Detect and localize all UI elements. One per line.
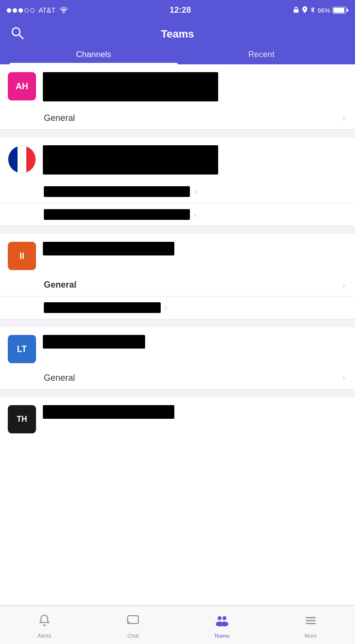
team-name-th — [43, 405, 347, 421]
team-header-flag — [0, 145, 355, 180]
flag-red — [26, 146, 36, 173]
tab-label-more: More — [304, 633, 317, 639]
team-name-flag — [43, 145, 347, 176]
page-title: Teams — [24, 28, 331, 40]
avatar-lt: LT — [8, 335, 36, 363]
avatar-flag — [8, 145, 36, 174]
svg-point-4 — [218, 616, 222, 620]
channel-label-ah-general: General — [44, 113, 338, 123]
team-section-ii: II General › › — [0, 234, 355, 319]
signal-dot-3 — [19, 8, 23, 13]
team-name-redacted-flag — [43, 145, 218, 175]
divider-3 — [0, 319, 355, 327]
status-time: 12:28 — [170, 5, 191, 15]
header-top: Teams — [10, 25, 345, 50]
team-name-ii — [43, 242, 347, 257]
tab-recent[interactable]: Recent — [178, 50, 346, 64]
signal-dot-1 — [7, 8, 11, 13]
svg-point-1 — [12, 28, 20, 36]
channel-redacted-flag-2 — [44, 209, 190, 220]
avatar-ii: II — [8, 242, 36, 270]
battery-percent: 96% — [318, 7, 330, 14]
team-name-redacted-ah — [43, 72, 218, 101]
svg-point-7 — [221, 622, 228, 626]
channel-redacted-ii-2 — [44, 302, 161, 313]
team-header-th: TH — [0, 405, 355, 437]
location-icon — [302, 6, 308, 15]
channel-row-ii-general[interactable]: General › — [0, 274, 355, 296]
tab-label-teams: Teams — [214, 633, 229, 639]
divider-2 — [0, 226, 355, 234]
tab-label-alerts: Alerts — [37, 633, 51, 639]
channel-row-lt-general[interactable]: General › — [0, 367, 355, 390]
teams-icon — [215, 614, 229, 631]
chevron-icon-lt-general: › — [342, 373, 345, 383]
chat-icon — [126, 614, 140, 631]
flag-blue — [8, 146, 18, 173]
channel-redacted-flag-1 — [44, 186, 190, 197]
svg-rect-0 — [294, 9, 299, 13]
channel-row-flag-1[interactable]: › — [0, 180, 355, 203]
team-section-lt: LT General › — [0, 327, 355, 390]
signal-dot-5 — [30, 8, 35, 13]
team-name-redacted-th — [43, 405, 174, 419]
team-header-ii: II — [0, 242, 355, 274]
svg-point-5 — [223, 616, 226, 620]
channel-label-lt-general: General — [44, 373, 338, 383]
channel-row-ii-2[interactable]: › — [0, 296, 355, 319]
wifi-icon — [59, 6, 68, 15]
team-name-redacted-ii — [43, 242, 174, 255]
chevron-icon-flag-2: › — [194, 210, 197, 220]
chevron-icon-ah-general: › — [342, 113, 345, 123]
carrier-label: AT&T — [38, 6, 56, 14]
avatar-th: TH — [8, 405, 36, 433]
channel-row-flag-2[interactable]: › — [0, 203, 355, 226]
signal-dots — [7, 8, 35, 13]
chevron-icon-ii-general: › — [342, 280, 345, 290]
tab-channels[interactable]: Channels — [10, 50, 178, 64]
app-header: Teams Channels Recent — [0, 20, 355, 64]
svg-line-2 — [19, 35, 23, 39]
bluetooth-icon — [310, 6, 315, 15]
channel-label-ii-general: General — [44, 280, 338, 290]
bell-icon — [37, 614, 51, 631]
flag-white — [18, 146, 27, 173]
divider-1 — [0, 130, 355, 137]
avatar-ah: AH — [8, 72, 36, 100]
lock-icon — [293, 6, 299, 15]
signal-dot-2 — [13, 8, 17, 13]
content-area: AH General › › › — [0, 64, 355, 476]
team-name-ah — [43, 72, 347, 103]
team-name-redacted-lt — [43, 335, 145, 349]
more-icon — [304, 614, 318, 631]
tab-item-alerts[interactable]: Alerts — [0, 611, 89, 639]
team-header-ah: AH — [0, 72, 355, 107]
search-icon[interactable] — [10, 25, 24, 43]
channel-row-ah-general[interactable]: General › — [0, 107, 355, 130]
tab-item-more[interactable]: More — [266, 611, 355, 639]
team-name-lt — [43, 335, 347, 351]
team-section-flag: › › — [0, 137, 355, 226]
team-header-lt: LT — [0, 335, 355, 367]
battery-icon — [333, 7, 348, 14]
bottom-tab-bar: Alerts Chat Teams — [0, 605, 355, 644]
tab-label-chat: Chat — [128, 633, 139, 639]
tab-item-chat[interactable]: Chat — [89, 611, 177, 639]
chevron-icon-flag-1: › — [194, 187, 197, 197]
team-section-th: TH — [0, 397, 355, 437]
tab-strip: Channels Recent — [10, 50, 345, 64]
status-bar: AT&T 12:28 — [0, 0, 355, 20]
chevron-icon-ii-2: › — [165, 303, 168, 313]
tab-item-teams[interactable]: Teams — [178, 611, 266, 639]
status-left: AT&T — [7, 6, 68, 15]
status-right: 96% — [293, 6, 348, 15]
signal-dot-4 — [24, 8, 29, 13]
divider-4 — [0, 390, 355, 397]
team-section-ah: AH General › — [0, 64, 355, 130]
